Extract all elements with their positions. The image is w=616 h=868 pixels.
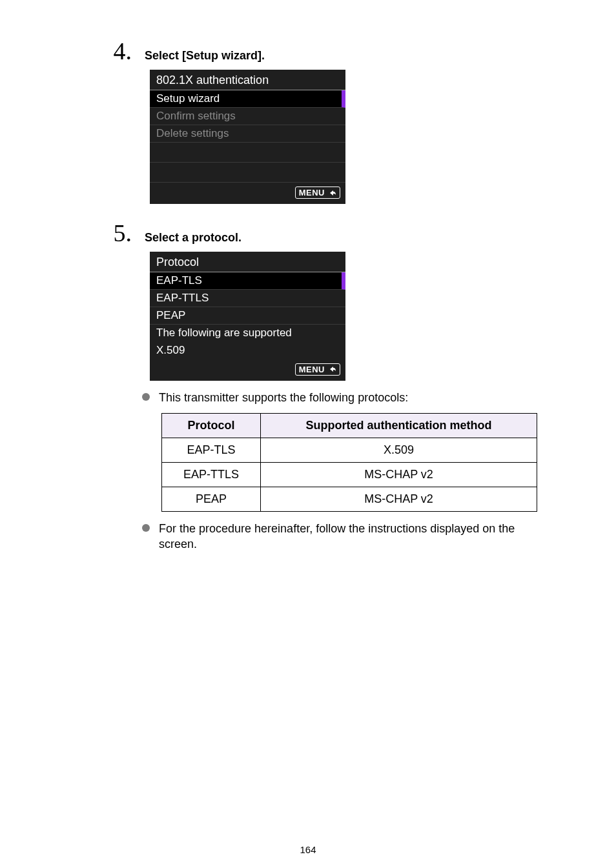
- back-arrow-icon: [327, 365, 336, 373]
- page-number: 164: [0, 844, 616, 855]
- step-number: 5.: [103, 221, 132, 245]
- menu-item-empty: [150, 143, 345, 163]
- cell-protocol: PEAP: [162, 487, 261, 512]
- menu-back-button[interactable]: MENU: [295, 363, 340, 376]
- screen-protocol: Protocol EAP-TLS EAP-TTLS PEAP The follo…: [150, 252, 345, 381]
- menu-item-confirm-settings[interactable]: Confirm settings: [150, 108, 345, 125]
- bullet-marker-icon: [142, 393, 150, 401]
- step-number: 4.: [103, 39, 132, 63]
- bullet-text: For the procedure hereinafter, follow th…: [159, 521, 539, 552]
- col-auth-method: Supported authentication method: [261, 414, 537, 438]
- menu-item-delete-settings[interactable]: Delete settings: [150, 125, 345, 143]
- cell-protocol: EAP-TTLS: [162, 463, 261, 487]
- screen-footer: MENU: [150, 359, 345, 381]
- step-header: 4. Select [Setup wizard].: [103, 39, 539, 63]
- step-title: Select [Setup wizard].: [145, 49, 265, 63]
- bullet-supports-protocols: This transmitter supports the following …: [142, 390, 539, 405]
- menu-back-button[interactable]: MENU: [295, 187, 340, 199]
- menu-item-peap[interactable]: PEAP: [150, 307, 345, 325]
- step-4: 4. Select [Setup wizard]. 802.1X authent…: [103, 39, 539, 204]
- menu-label: MENU: [299, 188, 325, 197]
- step-5: 5. Select a protocol. Protocol EAP-TLS E…: [103, 221, 539, 552]
- table-row: EAP-TLS X.509: [162, 438, 537, 463]
- screen-802-1x-auth: 802.1X authentication Setup wizard Confi…: [150, 70, 345, 204]
- cell-auth-method: MS-CHAP v2: [261, 463, 537, 487]
- protocol-table: Protocol Supported authentication method…: [161, 413, 537, 512]
- bullet-marker-icon: [142, 524, 150, 532]
- table-row: EAP-TTLS MS-CHAP v2: [162, 463, 537, 487]
- bullet-follow-instructions: For the procedure hereinafter, follow th…: [142, 521, 539, 552]
- menu-item-eap-ttls[interactable]: EAP-TTLS: [150, 290, 345, 307]
- screen-footer: MENU: [150, 183, 345, 204]
- menu-item-setup-wizard[interactable]: Setup wizard: [150, 90, 345, 108]
- cell-auth-method: X.509: [261, 438, 537, 463]
- menu-item-eap-tls[interactable]: EAP-TLS: [150, 272, 345, 290]
- screen-note-line: The following are supported: [150, 325, 345, 342]
- bullet-text: This transmitter supports the following …: [159, 390, 539, 405]
- menu-label: MENU: [299, 365, 325, 374]
- table-header-row: Protocol Supported authentication method: [162, 414, 537, 438]
- table-row: PEAP MS-CHAP v2: [162, 487, 537, 512]
- col-protocol: Protocol: [162, 414, 261, 438]
- screen-note-line: X.509: [150, 342, 345, 359]
- step-header: 5. Select a protocol.: [103, 221, 539, 245]
- back-arrow-icon: [327, 189, 336, 197]
- cell-auth-method: MS-CHAP v2: [261, 487, 537, 512]
- screen-title: Protocol: [150, 252, 345, 272]
- page: 4. Select [Setup wizard]. 802.1X authent…: [0, 0, 616, 868]
- step-title: Select a protocol.: [145, 231, 241, 245]
- screen-title: 802.1X authentication: [150, 70, 345, 90]
- menu-item-empty: [150, 163, 345, 183]
- cell-protocol: EAP-TLS: [162, 438, 261, 463]
